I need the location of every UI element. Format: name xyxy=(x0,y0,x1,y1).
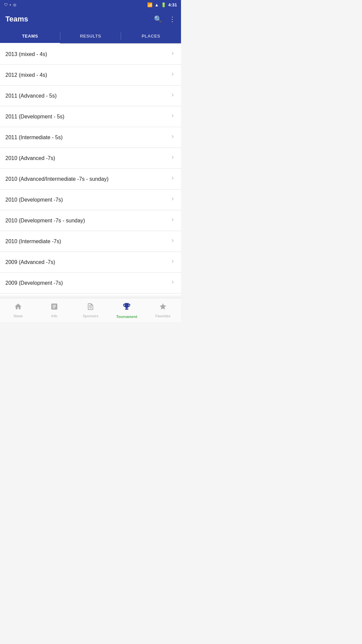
time-display: 4:31 xyxy=(168,2,177,7)
bottom-nav: News Info Sponsors Tournament xyxy=(0,298,181,322)
list-item[interactable]: 2011 (Intermediate - 5s) xyxy=(0,127,181,148)
sponsors-icon xyxy=(86,303,95,313)
list-item-text: 2012 (mixed - 4s) xyxy=(5,72,47,78)
nav-tournament[interactable]: Tournament xyxy=(109,299,145,321)
list-item[interactable]: 2010 (Development -7s) xyxy=(0,190,181,210)
nav-news-label: News xyxy=(13,314,23,318)
tab-results[interactable]: RESULTS xyxy=(60,29,120,43)
list-item[interactable]: 2009 (Development -7s) xyxy=(0,273,181,293)
more-options-icon[interactable]: ⋮ xyxy=(169,15,176,23)
chevron-right-icon xyxy=(170,133,176,141)
chevron-right-icon xyxy=(170,258,176,266)
status-left-icons: 🛡 ▪ ◎ xyxy=(4,3,16,7)
nav-favorites[interactable]: Favorites xyxy=(145,300,181,321)
news-icon xyxy=(14,303,22,313)
nav-news[interactable]: News xyxy=(0,300,36,321)
list-item-text: 2010 (Advanced/Intermediate -7s - sunday… xyxy=(5,176,109,182)
status-right-icons: 📶 ▲ 🔋 4:31 xyxy=(147,2,177,7)
list-item-text: 2010 (Development -7s) xyxy=(5,197,63,203)
list-item[interactable]: 2010 (Development -7s - sunday) xyxy=(0,210,181,231)
list-item-text: 2009 (Advanced -7s) xyxy=(5,259,55,265)
nav-info[interactable]: Info xyxy=(36,300,72,321)
list-item[interactable]: 2011 (Advanced - 5s) xyxy=(0,86,181,106)
globe-icon: ◎ xyxy=(13,3,16,7)
list-item[interactable]: 2009 (Advanced -7s) xyxy=(0,252,181,273)
list-item-text: 2010 (Advanced -7s) xyxy=(5,155,55,161)
chevron-right-icon xyxy=(170,113,176,120)
list-item-text: 2010 (Intermediate -7s) xyxy=(5,238,61,245)
nav-info-label: Info xyxy=(51,314,57,318)
chevron-right-icon xyxy=(170,217,176,224)
signal-icon: ▲ xyxy=(155,2,159,7)
tab-bar: TEAMS RESULTS PLACES xyxy=(0,29,181,44)
list-item-text: 2011 (Development - 5s) xyxy=(5,114,64,120)
nav-sponsors-label: Sponsors xyxy=(83,314,98,318)
list-item[interactable]: 2011 (Development - 5s) xyxy=(0,106,181,127)
list-item[interactable]: 2010 (Intermediate -7s) xyxy=(0,231,181,252)
tournament-icon xyxy=(122,302,131,313)
battery-icon: 🔋 xyxy=(161,2,166,7)
app-bar: Teams 🔍 ⋮ xyxy=(0,9,181,29)
nav-sponsors[interactable]: Sponsors xyxy=(72,300,109,321)
chevron-right-icon xyxy=(170,154,176,162)
list-item[interactable]: 2012 (mixed - 4s) xyxy=(0,65,181,86)
nav-tournament-label: Tournament xyxy=(116,315,137,319)
chevron-right-icon xyxy=(170,175,176,183)
tab-places[interactable]: PLACES xyxy=(121,29,181,43)
list-item-text: 2011 (Intermediate - 5s) xyxy=(5,135,63,141)
list-item-text: 2013 (mixed - 4s) xyxy=(5,51,47,57)
sim-icon: ▪ xyxy=(10,3,11,7)
list-item-text: 2011 (Advanced - 5s) xyxy=(5,93,57,99)
favorites-icon xyxy=(159,303,167,313)
info-icon xyxy=(50,303,58,313)
chevron-right-icon xyxy=(170,50,176,58)
status-bar: 🛡 ▪ ◎ 📶 ▲ 🔋 4:31 xyxy=(0,0,181,9)
list-item[interactable]: 2013 (mixed - 4s) xyxy=(0,44,181,65)
chevron-right-icon xyxy=(170,237,176,245)
chevron-right-icon xyxy=(170,71,176,79)
wifi-icon: 📶 xyxy=(147,2,153,7)
app-bar-actions: 🔍 ⋮ xyxy=(154,15,176,23)
list-item[interactable]: 2010 (Advanced/Intermediate -7s - sunday… xyxy=(0,169,181,190)
shield-icon: 🛡 xyxy=(4,3,8,7)
nav-favorites-label: Favorites xyxy=(155,314,170,318)
chevron-right-icon xyxy=(170,279,176,287)
search-icon[interactable]: 🔍 xyxy=(154,15,162,23)
chevron-right-icon xyxy=(170,196,176,204)
teams-list: 2013 (mixed - 4s)2012 (mixed - 4s)2011 (… xyxy=(0,44,181,296)
tab-teams[interactable]: TEAMS xyxy=(0,29,60,43)
list-item-text: 2010 (Development -7s - sunday) xyxy=(5,218,85,224)
chevron-right-icon xyxy=(170,92,176,100)
list-item[interactable]: 2010 (Advanced -7s) xyxy=(0,148,181,169)
list-item-text: 2009 (Development -7s) xyxy=(5,280,63,286)
page-title: Teams xyxy=(5,15,28,23)
